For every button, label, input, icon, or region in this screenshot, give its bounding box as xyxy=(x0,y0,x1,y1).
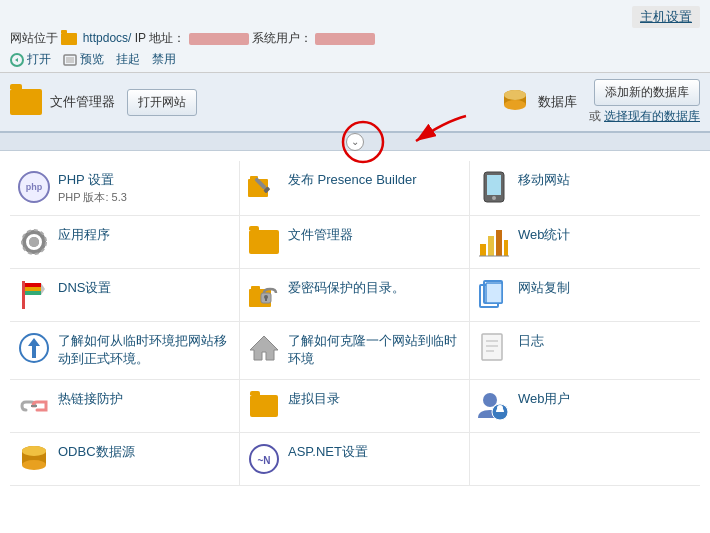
site-copy-icon xyxy=(478,279,510,311)
svg-point-53 xyxy=(22,446,46,456)
log-icon xyxy=(478,332,510,364)
disable-link[interactable]: 禁用 xyxy=(152,51,176,68)
clone-staging-icon xyxy=(248,332,280,364)
virtual-dir-link[interactable]: 虚拟目录 xyxy=(288,391,340,406)
grid-cell-log: 日志 xyxy=(470,322,700,379)
log-file-icon xyxy=(479,333,509,363)
grid-cell-odbc: ODBC数据源 xyxy=(10,433,240,486)
hotlink-icon xyxy=(18,390,50,422)
svg-text:~N: ~N xyxy=(257,455,270,466)
log-link[interactable]: 日志 xyxy=(518,333,544,348)
virtual-dir-icon xyxy=(248,390,280,422)
webstats-text: Web统计 xyxy=(518,226,571,244)
svg-point-47 xyxy=(483,393,497,407)
webuser-link[interactable]: Web用户 xyxy=(518,391,571,406)
presence-builder-link[interactable]: 发布 Presence Builder xyxy=(288,172,417,187)
grid-cell-empty xyxy=(470,433,700,486)
virtual-dir-text: 虚拟目录 xyxy=(288,390,340,408)
database-icon xyxy=(500,87,530,117)
log-text: 日志 xyxy=(518,332,544,350)
hotlink-text: 热链接防护 xyxy=(58,390,123,408)
upload-arrow-icon xyxy=(18,332,50,364)
gear-icon xyxy=(18,226,50,258)
svg-rect-21 xyxy=(488,236,494,256)
svg-rect-14 xyxy=(487,175,501,195)
svg-rect-20 xyxy=(480,244,486,256)
mobile-icon xyxy=(478,171,510,203)
collapse-bar[interactable]: ⌄ xyxy=(0,133,710,151)
apps-icon xyxy=(18,226,50,258)
folder-icon xyxy=(61,33,77,45)
hotlink-link[interactable]: 热链接防护 xyxy=(58,391,123,406)
filemanager-icon xyxy=(248,226,280,258)
svg-point-6 xyxy=(504,90,526,100)
aspnet-text: ASP.NET设置 xyxy=(288,443,368,461)
webstats-link[interactable]: Web统计 xyxy=(518,227,571,242)
password-dir-link[interactable]: 爱密码保护的目录。 xyxy=(288,280,405,295)
grid-cell-password-dir: 爱密码保护的目录。 xyxy=(240,269,470,322)
action-bar: 打开 预览 挂起 禁用 xyxy=(10,51,700,68)
folder2-icon xyxy=(250,395,278,417)
php-text: PHP 设置 PHP 版本: 5.3 xyxy=(58,171,127,205)
open-icon xyxy=(10,53,24,67)
odbc-link[interactable]: ODBC数据源 xyxy=(58,444,135,459)
database-small-icon xyxy=(18,443,50,475)
filemanager-text: 文件管理器 xyxy=(288,226,353,244)
dns-icon xyxy=(18,279,50,311)
toolbar-right: 数据库 添加新的数据库 或 选择现有的数据库 xyxy=(500,79,700,125)
clone-staging-link[interactable]: 了解如何克隆一个网站到临时环境 xyxy=(288,333,457,366)
ip-value xyxy=(189,33,249,45)
open-website-button[interactable]: 打开网站 xyxy=(127,89,197,116)
svg-rect-22 xyxy=(496,230,502,256)
chain-icon xyxy=(18,390,50,422)
grid-cell-mobile: 移动网站 xyxy=(470,161,700,216)
dns-link[interactable]: DNS设置 xyxy=(58,280,111,295)
open-link[interactable]: 打开 xyxy=(10,51,51,68)
grid-cell-dns: DNS设置 xyxy=(10,269,240,322)
grid-cell-filemanager: 文件管理器 xyxy=(240,216,470,269)
grid-cell-webstats: Web统计 xyxy=(470,216,700,269)
filemanager-link[interactable]: 文件管理器 xyxy=(288,227,353,242)
mobile-site-text: 移动网站 xyxy=(518,171,570,189)
svg-marker-29 xyxy=(41,283,45,295)
add-database-button[interactable]: 添加新的数据库 xyxy=(594,79,700,106)
php-settings-link[interactable]: PHP 设置 xyxy=(58,172,114,187)
grid-cell-aspnet: ~N ASP.NET设置 xyxy=(240,433,470,486)
preview-link[interactable]: 预览 xyxy=(63,51,104,68)
mobile-site-link[interactable]: 移动网站 xyxy=(518,172,570,187)
grid-cell-site-copy: 网站复制 xyxy=(470,269,700,322)
svg-point-15 xyxy=(492,196,496,200)
mobile-site-icon xyxy=(480,171,508,203)
apps-link[interactable]: 应用程序 xyxy=(58,227,110,242)
presence-builder-icon xyxy=(248,171,280,203)
wrench-folder-icon xyxy=(248,171,280,203)
grid-cell-hotlink: 热链接防护 xyxy=(10,380,240,433)
grid-cell-php: php PHP 设置 PHP 版本: 5.3 xyxy=(10,161,240,216)
webuser-icon xyxy=(478,390,510,422)
presence-builder-text: 发布 Presence Builder xyxy=(288,171,417,189)
svg-rect-2 xyxy=(66,57,74,63)
php-icon: php xyxy=(18,171,50,203)
site-copy-link[interactable]: 网站复制 xyxy=(518,280,570,295)
suspend-link[interactable]: 挂起 xyxy=(116,51,140,68)
lock-folder-icon xyxy=(248,279,280,311)
site-info: 网站位于 httpdocs/ IP 地址： 系统用户： xyxy=(10,28,700,47)
grid-cell-virtual-dir: 虚拟目录 xyxy=(240,380,470,433)
preview-icon xyxy=(63,53,77,67)
toolbar-right-group: 添加新的数据库 或 选择现有的数据库 xyxy=(589,79,700,125)
collapse-arrow: ⌄ xyxy=(346,133,364,151)
toolbar-left: 文件管理器 打开网站 xyxy=(10,89,492,116)
svg-rect-27 xyxy=(25,283,41,287)
select-existing-db-link[interactable]: 选择现有的数据库 xyxy=(604,109,700,123)
httpdocs-link[interactable]: httpdocs/ xyxy=(83,31,132,45)
svg-rect-25 xyxy=(22,281,25,309)
svg-rect-31 xyxy=(251,286,260,291)
apps-text: 应用程序 xyxy=(58,226,110,244)
aspnet-link[interactable]: ASP.NET设置 xyxy=(288,444,368,459)
svg-rect-37 xyxy=(486,283,502,303)
host-settings-link[interactable]: 主机设置 xyxy=(632,6,700,28)
dns-text: DNS设置 xyxy=(58,279,111,297)
staging-to-prod-link[interactable]: 了解如何从临时环境把网站移动到正式环境。 xyxy=(58,333,227,366)
svg-rect-40 xyxy=(32,346,36,358)
svg-rect-42 xyxy=(482,334,502,360)
